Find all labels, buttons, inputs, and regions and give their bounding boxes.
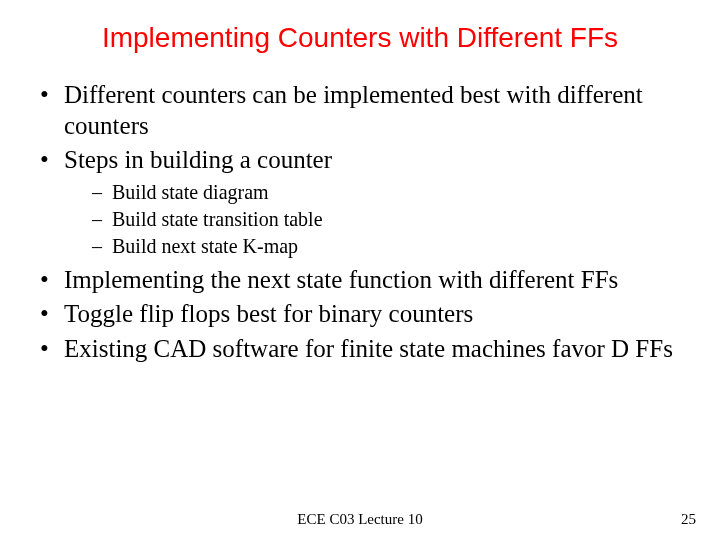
bullet-item: Steps in building a counter Build state …: [36, 145, 684, 259]
bullet-item: Toggle flip flops best for binary counte…: [36, 299, 684, 330]
bullet-item: Implementing the next state function wit…: [36, 265, 684, 296]
sub-bullet-item: Build next state K-map: [92, 234, 684, 259]
bullet-list: Different counters can be implemented be…: [36, 80, 684, 364]
bullet-item: Existing CAD software for finite state m…: [36, 334, 684, 365]
slide: Implementing Counters with Different FFs…: [0, 0, 720, 540]
sub-bullet-item: Build state diagram: [92, 180, 684, 205]
slide-title: Implementing Counters with Different FFs: [0, 22, 720, 54]
slide-body: Different counters can be implemented be…: [36, 80, 684, 368]
sub-bullet-list: Build state diagram Build state transiti…: [64, 180, 684, 259]
footer-center: ECE C03 Lecture 10: [0, 511, 720, 528]
bullet-item: Different counters can be implemented be…: [36, 80, 684, 141]
page-number: 25: [681, 511, 696, 528]
bullet-text: Steps in building a counter: [64, 146, 332, 173]
sub-bullet-item: Build state transition table: [92, 207, 684, 232]
